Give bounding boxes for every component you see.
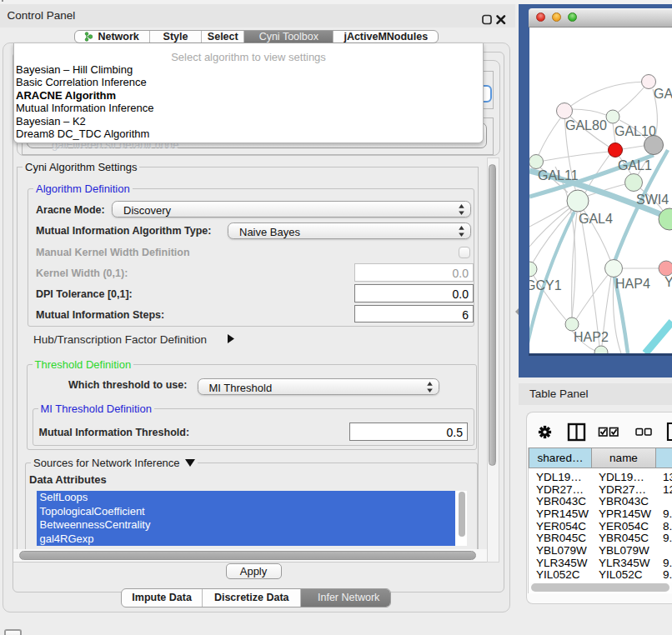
svg-text:GAL10: GAL10 [614, 124, 656, 138]
svg-text:Y: Y [664, 275, 672, 289]
svg-text:SWI4: SWI4 [636, 192, 669, 207]
svg-text:GAL80: GAL80 [565, 118, 607, 132]
svg-text:HAP4: HAP4 [615, 277, 650, 291]
svg-text:GAL7: GAL7 [654, 87, 672, 101]
svg-text:GAL1: GAL1 [618, 158, 652, 172]
svg-text:GCY1: GCY1 [529, 278, 562, 292]
svg-text:GAL4: GAL4 [579, 212, 613, 226]
svg-text:HAP2: HAP2 [574, 330, 609, 344]
svg-text:GAL11: GAL11 [538, 168, 579, 182]
